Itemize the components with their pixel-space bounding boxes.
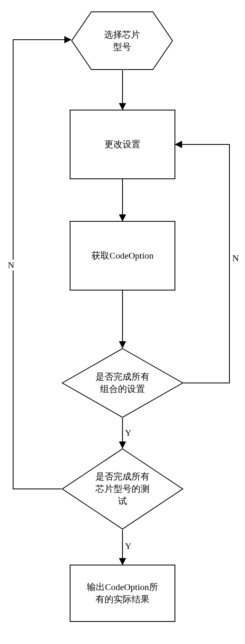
flow-connectors xyxy=(0,0,245,644)
decision-all-chips-node: 是否完成所有芯片型号的测试 xyxy=(61,448,184,530)
svg-marker-6 xyxy=(62,349,183,417)
edge-label-combos-yes: Y xyxy=(125,428,132,438)
svg-marker-5 xyxy=(72,12,172,70)
decision-all-combos-node: 是否完成所有组合的设置 xyxy=(61,348,184,418)
edge-label-chips-no: N xyxy=(8,260,14,270)
output-node: 输出CodeOption所有的实际结果 xyxy=(70,565,175,622)
get-codeoption-label: 获取CodeOption xyxy=(91,250,154,262)
change-settings-label: 更改设置 xyxy=(104,138,141,151)
change-settings-node: 更改设置 xyxy=(70,110,175,179)
svg-marker-7 xyxy=(62,449,183,529)
edge-label-chips-yes: Y xyxy=(125,541,132,552)
get-codeoption-node: 获取CodeOption xyxy=(70,221,175,290)
edge-label-combos-no: N xyxy=(232,253,239,263)
output-label: 输出CodeOption所有的实际结果 xyxy=(87,581,158,605)
start-node: 选择芯片型号 xyxy=(71,11,173,70)
